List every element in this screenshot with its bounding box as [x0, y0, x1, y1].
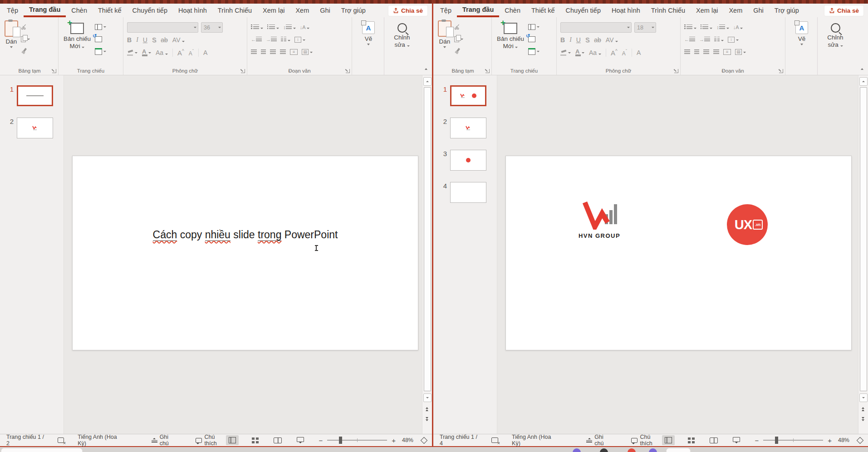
thumbnail-preview[interactable] [17, 118, 53, 138]
clear-formatting-button[interactable]: A [637, 49, 641, 56]
strikethrough-button[interactable]: ab [161, 36, 168, 44]
accessibility-icon[interactable] [491, 437, 498, 443]
columns-button[interactable] [281, 37, 290, 42]
share-button[interactable]: Chia sẻ [388, 5, 427, 16]
thumbnail-preview[interactable] [450, 150, 486, 171]
scroll-up-button[interactable] [423, 77, 432, 86]
tab-design[interactable]: Thiết kế [526, 4, 560, 17]
dock-app-icon[interactable] [600, 448, 608, 452]
slide-title-text[interactable]: Cách copy nhiều slide trong PowerPoint [73, 229, 418, 241]
format-painter-button[interactable] [454, 47, 463, 56]
slide-layout-button[interactable] [95, 22, 106, 31]
comments-toggle[interactable]: Chú thích [196, 434, 226, 447]
notes-toggle[interactable]: Ghi chú [586, 434, 612, 447]
accessibility-icon[interactable] [58, 437, 64, 443]
zoom-slider-thumb[interactable] [339, 437, 342, 444]
numbering-button[interactable] [267, 25, 280, 30]
tab-home[interactable]: Trang đầu [457, 4, 499, 17]
font-dialog-launcher[interactable] [674, 69, 678, 73]
slide-sorter-view-button[interactable] [685, 435, 697, 445]
tab-animations[interactable]: Hoạt hình [173, 4, 212, 17]
zoom-slider[interactable] [327, 440, 387, 441]
smartart-button[interactable]: ▤ [302, 49, 313, 55]
dock-app-icon[interactable] [573, 448, 581, 452]
decrease-indent-button[interactable]: ← [251, 37, 262, 42]
strikethrough-button[interactable]: ab [594, 36, 601, 44]
scrollbar-thumb[interactable] [860, 87, 867, 391]
vertical-scrollbar[interactable] [422, 75, 432, 434]
reset-slide-button[interactable] [528, 34, 539, 44]
fit-to-window-icon[interactable] [857, 437, 864, 444]
editing-button[interactable]: Chỉnh sửa [827, 20, 843, 67]
section-button[interactable] [528, 47, 539, 56]
cut-button[interactable] [454, 22, 463, 31]
next-slide-button[interactable] [424, 417, 430, 421]
slide-layout-button[interactable] [528, 22, 539, 31]
tab-insert[interactable]: Chèn [499, 4, 526, 17]
slide-sorter-view-button[interactable] [249, 435, 261, 445]
editing-canvas[interactable]: Cách copy nhiều slide trong PowerPoint [64, 75, 422, 434]
tab-transitions[interactable]: Chuyển tiếp [560, 4, 606, 17]
editing-button[interactable]: Chỉnh sửa [394, 20, 410, 67]
slideshow-view-button[interactable] [294, 435, 307, 445]
hvn-group-logo[interactable]: HVN GROUP [572, 201, 627, 239]
text-direction-button[interactable]: ↕ [294, 36, 305, 43]
scroll-down-button[interactable] [423, 393, 432, 402]
sort-button[interactable]: ↓A [300, 25, 309, 30]
cut-button[interactable] [21, 22, 30, 31]
tab-file[interactable]: Tệp [0, 4, 24, 17]
underline-button[interactable]: U [576, 36, 581, 44]
bold-button[interactable]: B [560, 36, 565, 44]
shrink-font-button[interactable]: Aˇ [622, 49, 627, 57]
previous-slide-button[interactable] [424, 407, 430, 411]
paste-button[interactable]: Dán [438, 20, 451, 67]
language-status[interactable]: Tiếng Anh (Hoa Kỳ) [78, 434, 122, 447]
text-shadow-button[interactable]: S [152, 36, 156, 44]
grow-font-button[interactable]: A^ [611, 49, 618, 57]
line-spacing-button[interactable]: ↕ [716, 25, 729, 30]
distribute-button[interactable]: ≡ [290, 49, 298, 55]
section-button[interactable] [95, 47, 106, 56]
format-painter-button[interactable] [21, 47, 30, 56]
clipboard-dialog-launcher[interactable] [52, 69, 56, 73]
slideshow-view-button[interactable] [730, 435, 743, 445]
tab-insert[interactable]: Chèn [66, 4, 93, 17]
next-slide-button[interactable] [860, 417, 866, 421]
slide-canvas[interactable]: Cách copy nhiều slide trong PowerPoint [72, 156, 418, 350]
share-button[interactable]: Chia sẻ [824, 5, 863, 16]
paragraph-dialog-launcher[interactable] [346, 69, 350, 73]
clear-formatting-button[interactable]: A [203, 49, 207, 56]
dock-app-icon[interactable] [628, 448, 636, 452]
slide-canvas[interactable]: HVN GROUP UX .vn [505, 156, 852, 350]
copy-button[interactable] [454, 34, 463, 44]
thumbnail-preview[interactable] [450, 118, 486, 138]
tab-review[interactable]: Xem lại [691, 4, 723, 17]
zoom-out-button[interactable]: − [755, 437, 759, 444]
shrink-font-button[interactable]: Aˇ [189, 49, 194, 57]
text-shadow-button[interactable]: S [585, 36, 589, 44]
highlight-button[interactable] [560, 50, 571, 56]
tab-file[interactable]: Tệp [433, 4, 457, 17]
decrease-indent-button[interactable]: ← [684, 37, 695, 42]
zoom-out-button[interactable]: − [319, 437, 323, 444]
tab-record[interactable]: Ghi [314, 4, 336, 17]
zoom-in-button[interactable]: + [828, 437, 832, 444]
comments-toggle[interactable]: Chú thích [631, 434, 662, 447]
dock-app-icon[interactable] [649, 448, 657, 452]
tab-slideshow[interactable]: Trình Chiếu [212, 4, 257, 17]
zoom-slider-thumb[interactable] [775, 437, 778, 444]
scroll-up-button[interactable] [859, 77, 868, 86]
collapse-ribbon-button[interactable] [425, 64, 427, 72]
align-right-button[interactable] [270, 49, 276, 54]
tab-view[interactable]: Xem [290, 4, 314, 17]
reset-slide-button[interactable] [95, 34, 106, 44]
align-center-button[interactable] [261, 49, 266, 54]
tab-slideshow[interactable]: Trình Chiếu [646, 4, 691, 17]
tab-record[interactable]: Ghi [748, 4, 769, 17]
underline-button[interactable]: U [143, 36, 147, 44]
change-case-button[interactable]: Aa [589, 49, 601, 56]
italic-button[interactable]: I [569, 36, 572, 44]
slide-thumbnail-4[interactable]: 4 [433, 182, 497, 203]
bold-button[interactable]: B [127, 36, 132, 44]
align-center-button[interactable] [694, 49, 699, 54]
